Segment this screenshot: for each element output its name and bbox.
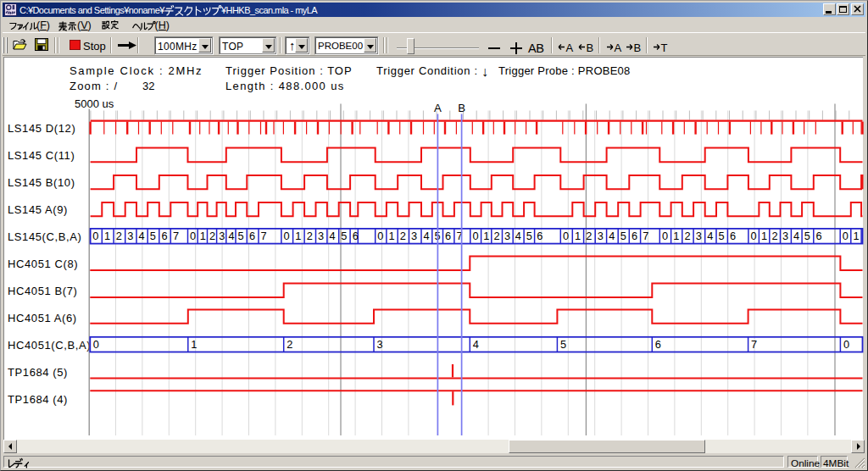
svg-text:3: 3 bbox=[377, 338, 383, 351]
svg-text:1: 1 bbox=[483, 230, 489, 242]
svg-text:0: 0 bbox=[472, 230, 478, 242]
svg-text:0: 0 bbox=[843, 230, 849, 242]
svg-text:6: 6 bbox=[537, 230, 542, 242]
svg-text:3: 3 bbox=[782, 230, 788, 242]
svg-text:6: 6 bbox=[655, 338, 661, 351]
svg-text:1: 1 bbox=[575, 230, 581, 242]
svg-text:1: 1 bbox=[853, 230, 859, 242]
svg-text:5: 5 bbox=[341, 230, 347, 242]
svg-text:4: 4 bbox=[515, 230, 521, 242]
svg-text:5: 5 bbox=[238, 230, 244, 242]
svg-text:2: 2 bbox=[493, 230, 499, 242]
svg-text:6: 6 bbox=[730, 230, 736, 242]
svg-text:5: 5 bbox=[719, 230, 725, 242]
svg-text:6: 6 bbox=[815, 230, 821, 242]
svg-text:5: 5 bbox=[150, 230, 156, 242]
svg-text:1: 1 bbox=[104, 230, 110, 242]
svg-text:0: 0 bbox=[93, 338, 99, 351]
svg-text:1: 1 bbox=[295, 230, 301, 242]
svg-text:5: 5 bbox=[526, 230, 532, 242]
svg-text:5: 5 bbox=[560, 338, 566, 351]
svg-text:4: 4 bbox=[609, 230, 615, 242]
svg-text:4: 4 bbox=[707, 230, 713, 242]
svg-text:3: 3 bbox=[598, 230, 604, 242]
svg-text:3: 3 bbox=[696, 230, 702, 242]
svg-text:2: 2 bbox=[307, 230, 313, 242]
svg-text:6: 6 bbox=[632, 230, 637, 242]
svg-text:7: 7 bbox=[261, 230, 267, 242]
svg-text:B: B bbox=[458, 102, 465, 114]
svg-text:2: 2 bbox=[116, 230, 122, 242]
svg-text:0: 0 bbox=[751, 230, 757, 242]
svg-text:6: 6 bbox=[161, 230, 167, 242]
svg-text:0: 0 bbox=[190, 230, 196, 242]
svg-text:1: 1 bbox=[191, 338, 197, 351]
svg-text:2: 2 bbox=[209, 230, 215, 242]
svg-text:4: 4 bbox=[139, 230, 145, 242]
svg-text:3: 3 bbox=[504, 230, 510, 242]
svg-text:0: 0 bbox=[284, 230, 290, 242]
svg-text:1: 1 bbox=[761, 230, 767, 242]
svg-text:3: 3 bbox=[318, 230, 324, 242]
svg-text:2: 2 bbox=[586, 230, 592, 242]
svg-text:5: 5 bbox=[804, 230, 810, 242]
svg-text:4: 4 bbox=[228, 230, 234, 242]
svg-text:2: 2 bbox=[771, 230, 777, 242]
svg-text:7: 7 bbox=[751, 338, 757, 351]
svg-text:1: 1 bbox=[673, 230, 679, 242]
svg-text:4: 4 bbox=[793, 230, 799, 242]
svg-text:0: 0 bbox=[662, 230, 668, 242]
svg-text:3: 3 bbox=[411, 230, 417, 242]
svg-text:0: 0 bbox=[563, 230, 569, 242]
svg-text:3: 3 bbox=[219, 230, 225, 242]
svg-text:0: 0 bbox=[92, 230, 98, 242]
svg-text:0: 0 bbox=[377, 230, 383, 242]
svg-text:1: 1 bbox=[200, 230, 206, 242]
svg-text:4: 4 bbox=[330, 230, 336, 242]
svg-text:A: A bbox=[434, 102, 442, 114]
svg-text:2: 2 bbox=[684, 230, 690, 242]
svg-text:7: 7 bbox=[643, 230, 648, 242]
svg-text:6: 6 bbox=[445, 230, 451, 242]
svg-text:5: 5 bbox=[620, 230, 626, 242]
svg-text:6: 6 bbox=[249, 230, 255, 242]
svg-text:1: 1 bbox=[389, 230, 395, 242]
svg-text:4: 4 bbox=[473, 338, 479, 351]
svg-text:3: 3 bbox=[127, 230, 133, 242]
svg-text:6: 6 bbox=[353, 230, 359, 242]
svg-text:2: 2 bbox=[287, 338, 292, 351]
svg-text:2: 2 bbox=[400, 230, 406, 242]
svg-text:4: 4 bbox=[424, 230, 430, 242]
svg-text:7: 7 bbox=[173, 230, 179, 242]
svg-text:0: 0 bbox=[843, 338, 849, 351]
